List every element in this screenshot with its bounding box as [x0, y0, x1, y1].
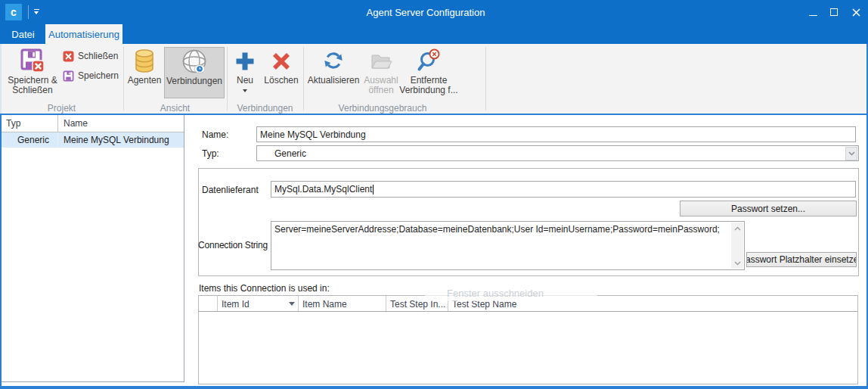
minimize-icon	[809, 15, 817, 16]
group-label-projekt: Projekt	[0, 103, 123, 113]
ribbon-separator	[485, 47, 486, 110]
usage-table: Item Id Item Name Test Step In... Test S…	[198, 295, 858, 384]
delete-label: Löschen	[264, 76, 298, 86]
connection-string-textarea[interactable]: Server=meineServerAddresse;Database=mein…	[271, 221, 745, 270]
close-project-button[interactable]: Schließen	[63, 48, 118, 64]
ribbon-separator	[123, 47, 124, 110]
connections-list-panel: Typ Name Generic Meine MySQL Verbindung	[2, 115, 184, 382]
connection-string-label: Connection String	[198, 240, 268, 251]
typ-value: Generic	[274, 148, 306, 159]
tab-automatisierung[interactable]: Automatisierung	[45, 24, 122, 44]
usage-caption: Items this Connection is used in:	[199, 283, 330, 294]
titlebar: c Agent Server Configuration	[0, 0, 868, 24]
typ-dropdown-button[interactable]	[845, 147, 857, 160]
indicator-column-header	[199, 296, 218, 311]
scroll-down-icon[interactable]	[731, 257, 743, 269]
delete-button[interactable]: Löschen	[261, 47, 302, 86]
text-caret	[373, 185, 374, 194]
refresh-label: Aktualisieren	[308, 76, 360, 86]
open-selection-label: Auswahl öffnen	[364, 76, 398, 95]
provider-label: Datenlieferant	[202, 185, 259, 195]
name-label: Name:	[202, 129, 228, 140]
save-and-close-label: Speichern & Schließen	[8, 76, 57, 95]
chevron-down-icon	[848, 151, 855, 156]
group-label-ansicht: Ansicht	[123, 103, 227, 113]
column-header-typ[interactable]: Typ	[2, 115, 58, 132]
connection-name-cell: Meine MySQL Verbindung	[58, 135, 169, 145]
window-border	[0, 386, 868, 389]
minimize-button[interactable]	[802, 0, 823, 24]
tab-datei[interactable]: Datei	[3, 24, 43, 44]
connection-row[interactable]: Generic Meine MySQL Verbindung	[2, 132, 184, 148]
window-title: Agent Server Configuration	[0, 0, 868, 24]
plus-icon	[234, 47, 256, 76]
vertical-scrollbar[interactable]	[731, 223, 743, 269]
close-project-label: Schließen	[78, 51, 118, 61]
connections-list-header: Typ Name	[2, 115, 184, 132]
save-and-close-button[interactable]: Speichern & Schließen	[6, 47, 59, 95]
refresh-button[interactable]: Aktualisieren	[305, 47, 361, 86]
close-icon	[852, 8, 860, 17]
group-label-verbindungen: Verbindungen	[227, 103, 303, 113]
connections-label: Verbindungen	[166, 76, 222, 86]
typ-combobox[interactable]: Generic	[256, 145, 859, 161]
save-close-icon	[20, 47, 45, 76]
folder-icon	[370, 47, 392, 76]
column-header-item-id[interactable]: Item Id	[218, 296, 299, 311]
save-icon	[63, 70, 74, 82]
ribbon-separator	[227, 47, 228, 110]
find-remote-connection-button[interactable]: Entfernte Verbindung f...	[399, 47, 458, 95]
column-header-item-name[interactable]: Item Name	[299, 296, 386, 311]
delete-x-icon	[271, 47, 292, 76]
window-border	[0, 114, 2, 389]
open-selection-button: Auswahl öffnen	[363, 47, 399, 95]
snip-overlay-ghost: Fenster ausschneiden	[425, 285, 597, 301]
save-button[interactable]: Speichern	[63, 68, 119, 83]
item-name-label: Item Name	[302, 299, 347, 310]
ribbon-separator	[303, 47, 304, 110]
new-label: Neu	[237, 76, 253, 86]
column-header-name[interactable]: Name	[58, 115, 184, 132]
agents-button[interactable]: Agenten	[126, 47, 163, 86]
find-remote-connection-label: Entfernte Verbindung f...	[399, 76, 457, 95]
close-button[interactable]	[845, 0, 866, 24]
connections-button[interactable]: Verbindungen	[164, 47, 225, 98]
search-connection-icon	[416, 47, 442, 76]
item-id-label: Item Id	[222, 299, 250, 310]
database-icon	[133, 47, 156, 76]
globe-icon	[180, 48, 209, 76]
maximize-icon	[830, 8, 838, 16]
provider-value: MySql.Data.MySqlClient	[274, 184, 372, 194]
window-border	[0, 44, 2, 114]
new-button[interactable]: Neu	[229, 47, 261, 92]
maximize-button[interactable]	[823, 0, 845, 24]
agents-label: Agenten	[128, 76, 162, 86]
agent-server-configuration-window: c Agent Server Configuration Datei Autom…	[0, 0, 868, 389]
group-label-verbindungsgebrauch: Verbindungsgebrauch	[303, 103, 462, 113]
connection-typ-cell: Generic	[2, 132, 58, 148]
insert-password-placeholder-button[interactable]: Passwort Platzhalter einsetzen	[746, 252, 857, 267]
new-dropdown-icon[interactable]	[243, 89, 247, 92]
scroll-up-icon[interactable]	[731, 223, 743, 234]
provider-input[interactable]: MySql.Data.MySqlClient	[271, 181, 856, 198]
filter-dropdown-icon[interactable]	[289, 302, 295, 306]
save-label: Speichern	[78, 70, 119, 81]
name-input[interactable]: Meine MySQL Verbindung	[256, 126, 856, 142]
set-password-button[interactable]: Passwort setzen...	[680, 201, 857, 216]
typ-label: Typ:	[202, 148, 219, 159]
name-value: Meine MySQL Verbindung	[260, 129, 366, 140]
refresh-icon	[321, 47, 346, 76]
connection-string-value: Server=meineServerAddresse;Database=mein…	[274, 224, 727, 235]
close-red-icon	[63, 51, 74, 62]
ribbon-tab-row	[0, 24, 868, 44]
